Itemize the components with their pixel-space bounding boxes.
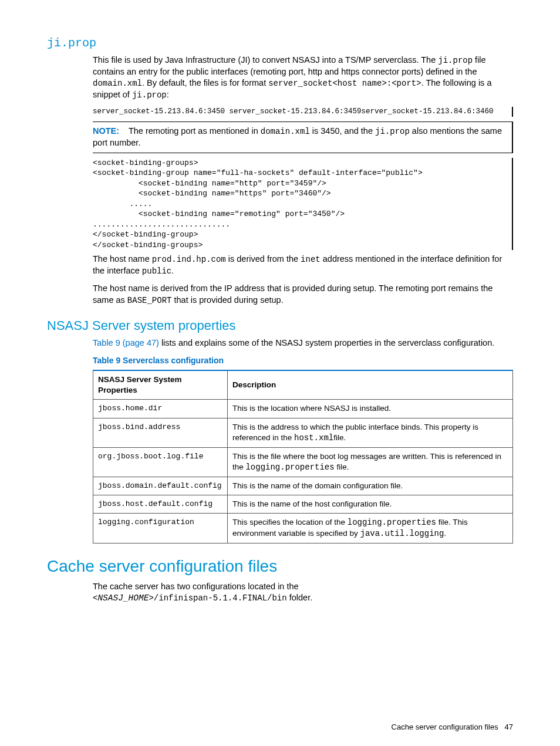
text: file.	[333, 433, 346, 442]
link-table9[interactable]: Table 9 (page 47)	[93, 338, 159, 347]
code-inline: BASE_PORT	[127, 296, 172, 305]
cell-prop: jboss.host.default.config	[93, 495, 228, 513]
text: The host name	[93, 254, 152, 264]
para-cache-intro: The cache server has two configurations …	[93, 581, 513, 605]
para-nsasj-intro: Table 9 (page 47) lists and explains som…	[93, 337, 513, 349]
note-label: NOTE:	[93, 126, 119, 136]
cell-prop: jboss.home.dir	[93, 400, 228, 418]
table-row: jboss.bind.address This is the address t…	[93, 418, 513, 447]
code-inline: java.util.logging	[360, 529, 444, 538]
code-inline: ji.prop	[375, 127, 410, 136]
cell-prop: jboss.domain.default.config	[93, 477, 228, 495]
text: This is the name of the domain configura…	[232, 481, 403, 490]
code-inline: host.xml	[294, 433, 333, 443]
cell-desc: This is the file where the boot log mess…	[227, 447, 512, 477]
th-props: NSASJ Server System Properties	[93, 370, 228, 400]
cell-desc: This is the name of the host configurati…	[227, 495, 512, 513]
table-row: logging.configuration This specifies the…	[93, 514, 513, 544]
text: that is provided during setup.	[171, 295, 283, 305]
heading-ji-prop: ji.prop	[47, 35, 513, 51]
cell-desc: This is the location where NSASJ is inst…	[227, 400, 512, 418]
code-inline: prod.ind.hp.com	[152, 255, 226, 264]
code-inline: public	[142, 266, 171, 276]
code-snippet-jiprop: server_socket-15.213.84.6:3450 server_so…	[93, 107, 513, 117]
table-row: jboss.host.default.config This is the na…	[93, 495, 513, 513]
text: lists and explains some of the NSASJ sys…	[159, 338, 494, 347]
text: file.	[335, 463, 349, 471]
code-inline-italic: NSASJ_HOME	[97, 593, 149, 603]
text: The remoting port as mentioned in	[129, 126, 261, 136]
cell-prop: org.jboss.boot.log.file	[93, 447, 228, 477]
code-inline: >/infinispan-5.1.4.FINAL/bin	[149, 593, 286, 603]
para-baseport: The host name is derived from the IP add…	[93, 283, 513, 306]
para-jiprop-intro: This file is used by Java Infrastructure…	[93, 55, 513, 101]
heading-nsasj-props: NSASJ Server system properties	[47, 317, 513, 335]
page-number: 47	[505, 723, 513, 731]
code-snippet-socket-binding: <socket-binding-groups> <socket-binding-…	[93, 158, 513, 251]
th-desc: Description	[227, 370, 512, 400]
code-inline: inet	[301, 255, 321, 264]
text: folder.	[287, 593, 313, 602]
text: is 3450, and the	[310, 126, 375, 136]
code-inline: domain.xml	[93, 79, 142, 88]
cell-prop: jboss.bind.address	[93, 418, 228, 447]
table-serverclass-config: NSASJ Server System Properties Descripti…	[93, 370, 513, 544]
text: This specifies the location of the	[232, 518, 348, 526]
text: This file is used by Java Infrastructure…	[93, 55, 438, 65]
cell-desc: This is the name of the domain configura…	[227, 477, 512, 495]
cell-desc: This specifies the location of the loggi…	[227, 514, 512, 544]
text: .	[171, 266, 174, 275]
text: :	[167, 90, 169, 99]
code-inline: ji.prop	[438, 56, 473, 65]
text: is derived from the	[226, 254, 301, 264]
cell-prop: logging.configuration	[93, 514, 228, 544]
table-row: jboss.domain.default.config This is the …	[93, 477, 513, 495]
note-block: NOTE: The remoting port as mentioned in …	[93, 121, 513, 153]
code-inline: logging.properties	[348, 518, 436, 527]
footer-text: Cache server configuration files	[392, 723, 498, 731]
text: The cache server has two configurations …	[93, 582, 299, 591]
cell-desc: This is the address to which the public …	[227, 418, 512, 447]
table-header-row: NSASJ Server System Properties Descripti…	[93, 370, 513, 400]
table-row: jboss.home.dir This is the location wher…	[93, 400, 513, 418]
text: This is the name of the host configurati…	[232, 499, 392, 508]
text: .	[444, 529, 446, 538]
text: This is the address to which the public …	[232, 423, 478, 442]
text: . By default, the files is for format	[142, 78, 268, 87]
page-footer: Cache server configuration files 47	[47, 722, 513, 733]
para-hostname: The host name prod.ind.hp.com is derived…	[93, 254, 513, 277]
text: This is the location where NSASJ is inst…	[232, 404, 391, 413]
table-caption: Table 9 Serverclass configuration	[93, 355, 513, 366]
code-inline: logging.properties	[245, 463, 334, 472]
code-inline: ji.prop	[132, 90, 167, 100]
table-row: org.jboss.boot.log.file This is the file…	[93, 447, 513, 477]
heading-cache-server: Cache server configuration files	[47, 555, 513, 578]
code-inline: domain.xml	[261, 127, 310, 136]
code-inline: server_socket<host name>:<port>	[268, 79, 421, 88]
